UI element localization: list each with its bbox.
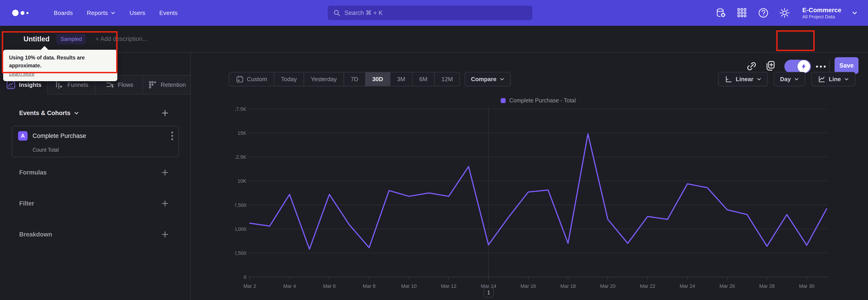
scale-label: Linear (736, 76, 753, 83)
filter-label: Filter (19, 200, 34, 207)
range-30d-label: 30D (372, 76, 383, 83)
x-tick-label: Mar 30 (799, 283, 814, 289)
tab-retention-label: Retention (161, 81, 186, 88)
chevron-down-icon (500, 77, 504, 82)
interval-dropdown[interactable]: Day (774, 72, 805, 86)
chevron-down-icon (844, 77, 849, 82)
line-chart[interactable]: 17.5K15K12.5K10K7,5005,0002,5000Mar 2Mar… (235, 103, 832, 300)
nav-item-reports-label: Reports (87, 9, 108, 17)
project-switcher[interactable]: E-Commerce All Project Data (802, 6, 841, 20)
event-metric[interactable]: Count Total (33, 147, 59, 153)
scale-dropdown[interactable]: Linear (718, 72, 768, 86)
events-cohorts-text: Events & Cohorts (19, 110, 70, 117)
event-query-card[interactable]: A Complete Purchase Count Total (12, 126, 179, 157)
nav-item-users-label: Users (129, 9, 145, 17)
x-tick-label: Mar 26 (719, 283, 735, 289)
x-tick-label: Mar 20 (600, 283, 616, 289)
retention-icon (148, 80, 158, 90)
range-6m[interactable]: 6M (412, 72, 434, 86)
add-event-button[interactable] (161, 109, 169, 117)
nav-item-boards-label: Boards (54, 9, 73, 17)
formulas-section: Formulas (19, 169, 169, 176)
chevron-down-icon (756, 77, 762, 82)
y-tick-label: 10K (238, 178, 246, 184)
add-formula-button[interactable] (161, 169, 169, 176)
project-name: E-Commerce (802, 6, 841, 14)
legend-swatch (501, 98, 506, 103)
sampled-badge[interactable]: Sampled (56, 34, 86, 44)
event-menu-icon[interactable] (171, 131, 173, 140)
chevron-down-icon (111, 10, 116, 16)
sampling-tooltip-text: Using 10% of data. Results are approxima… (9, 54, 112, 69)
range-3m[interactable]: 3M (390, 72, 412, 86)
range-yesterday[interactable]: Yesterday (304, 72, 344, 86)
tab-insights-label: Insights (19, 81, 41, 88)
x-tick-label: Mar 16 (521, 283, 536, 289)
query-sidebar: Insights Funnels Flows (0, 53, 191, 300)
range-today[interactable]: Today (274, 72, 304, 86)
data-management-icon[interactable] (715, 7, 726, 18)
chart-type-dropdown[interactable]: Line (811, 72, 855, 86)
pagination-page-1[interactable]: 1 (484, 288, 494, 298)
range-12m[interactable]: 12M (434, 72, 460, 86)
y-tick-label: 5,000 (235, 226, 246, 232)
range-6m-label: 6M (419, 76, 428, 83)
x-tick-label: Mar 28 (759, 283, 775, 289)
series-line-complete-purchase (250, 134, 827, 249)
search-input[interactable]: Search ⌘ + K (328, 6, 532, 20)
chart-type-label: Line (829, 76, 841, 83)
add-description-field[interactable]: + Add description... (95, 35, 147, 42)
range-yesterday-label: Yesterday (311, 76, 337, 83)
y-tick-label: 0 (244, 274, 246, 280)
filter-section: Filter (19, 200, 169, 207)
range-today-label: Today (281, 76, 297, 83)
chart-panel: Custom Today Yesterday 7D 30D 3M 6M 12M … (191, 53, 868, 300)
x-tick-label: Mar 12 (441, 283, 456, 289)
tab-retention[interactable]: Retention (143, 76, 190, 94)
flows-icon (105, 80, 115, 90)
nav-item-users[interactable]: Users (129, 9, 145, 17)
settings-gear-icon[interactable] (779, 7, 790, 18)
range-30d[interactable]: 30D (365, 72, 390, 86)
x-tick-label: Mar 18 (560, 283, 576, 289)
y-tick-label: 2,500 (235, 250, 246, 256)
nav-item-events[interactable]: Events (159, 9, 178, 17)
y-tick-label: 12.5K (235, 154, 246, 160)
add-filter-button[interactable] (161, 200, 169, 207)
add-breakdown-button[interactable] (161, 231, 169, 238)
project-scope: All Project Data (802, 14, 841, 20)
event-letter-badge: A (18, 131, 28, 141)
search-placeholder: Search ⌘ + K (344, 9, 383, 17)
search-icon (333, 9, 340, 17)
events-cohorts-header: Events & Cohorts (19, 109, 169, 117)
line-chart-icon (817, 75, 826, 83)
range-custom[interactable]: Custom (229, 72, 274, 86)
funnels-icon (54, 80, 64, 90)
help-icon[interactable] (758, 7, 769, 18)
range-custom-label: Custom (247, 76, 267, 83)
chevron-down-icon (794, 77, 799, 82)
report-title-bar: Untitled Sampled + Add description... Sa… (0, 26, 868, 53)
range-7d[interactable]: 7D (344, 72, 365, 86)
mixpanel-logo[interactable] (12, 10, 29, 16)
tab-funnels-label: Funnels (67, 81, 88, 88)
apps-grid-icon[interactable] (737, 7, 747, 18)
events-cohorts-label[interactable]: Events & Cohorts (19, 110, 79, 117)
date-range-group: Custom Today Yesterday 7D 30D 3M 6M 12M (229, 72, 460, 86)
project-chevron-down-icon[interactable] (852, 10, 858, 16)
nav-item-boards[interactable]: Boards (54, 9, 73, 17)
x-tick-label: Mar 2 (243, 283, 256, 289)
compare-dropdown[interactable]: Compare (465, 72, 511, 86)
linear-scale-icon (724, 75, 733, 83)
nav-item-reports[interactable]: Reports (87, 9, 116, 17)
range-7d-label: 7D (351, 76, 358, 83)
x-tick-label: Mar 8 (363, 283, 375, 289)
compare-label: Compare (471, 76, 496, 83)
breakdown-section: Breakdown (19, 231, 169, 238)
x-tick-label: Mar 4 (283, 283, 296, 289)
learn-more-link[interactable]: Learn More (9, 71, 35, 77)
range-3m-label: 3M (397, 76, 405, 83)
insights-icon (6, 80, 16, 90)
report-title[interactable]: Untitled (24, 35, 50, 43)
event-name[interactable]: Complete Purchase (33, 132, 86, 140)
